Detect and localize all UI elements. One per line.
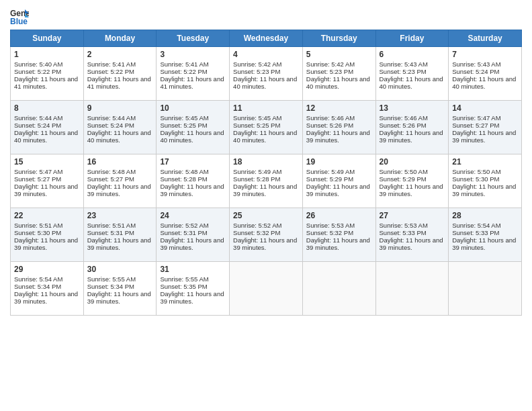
daylight-text: Daylight: 11 hours and 40 minutes. xyxy=(306,75,372,90)
day-number: 17 xyxy=(160,157,226,167)
sunset-text: Sunset: 5:24 PM xyxy=(452,68,518,75)
weekday-header-wednesday: Wednesday xyxy=(230,30,303,47)
weekday-header-tuesday: Tuesday xyxy=(157,30,230,47)
sunset-text: Sunset: 5:33 PM xyxy=(452,229,518,236)
daylight-text: Daylight: 11 hours and 40 minutes. xyxy=(380,75,445,90)
calendar-cell: 31Sunrise: 5:55 AMSunset: 5:35 PMDayligh… xyxy=(157,262,230,316)
sunrise-text: Sunrise: 5:48 AM xyxy=(160,168,226,175)
calendar-week-1: 1Sunrise: 5:40 AMSunset: 5:22 PMDaylight… xyxy=(11,47,522,101)
daylight-text: Daylight: 11 hours and 39 minutes. xyxy=(14,290,80,305)
sunrise-text: Sunrise: 5:55 AM xyxy=(87,275,153,283)
day-number: 25 xyxy=(233,211,299,220)
sunrise-text: Sunrise: 5:45 AM xyxy=(160,114,226,122)
weekday-header-friday: Friday xyxy=(375,30,449,47)
sunrise-text: Sunrise: 5:43 AM xyxy=(452,60,518,68)
calendar-cell: 1Sunrise: 5:40 AMSunset: 5:22 PMDaylight… xyxy=(11,47,84,101)
day-number: 7 xyxy=(452,50,518,59)
header: General Blue xyxy=(10,7,522,26)
daylight-text: Daylight: 11 hours and 39 minutes. xyxy=(160,183,226,197)
day-number: 15 xyxy=(14,157,80,167)
calendar-cell: 25Sunrise: 5:52 AMSunset: 5:32 PMDayligh… xyxy=(230,208,303,262)
day-number: 19 xyxy=(306,157,372,167)
sunset-text: Sunset: 5:35 PM xyxy=(160,283,226,290)
day-number: 5 xyxy=(306,50,372,59)
sunset-text: Sunset: 5:27 PM xyxy=(14,175,80,183)
day-number: 27 xyxy=(380,211,445,220)
calendar-cell xyxy=(230,262,303,316)
sunset-text: Sunset: 5:25 PM xyxy=(233,122,299,129)
calendar-cell: 30Sunrise: 5:55 AMSunset: 5:34 PMDayligh… xyxy=(83,262,157,316)
daylight-text: Daylight: 11 hours and 39 minutes. xyxy=(452,183,518,197)
calendar-cell: 23Sunrise: 5:51 AMSunset: 5:31 PMDayligh… xyxy=(83,208,157,262)
day-number: 29 xyxy=(14,265,80,274)
sunset-text: Sunset: 5:29 PM xyxy=(306,175,372,183)
logo-icon: General Blue xyxy=(10,7,29,26)
calendar-cell: 22Sunrise: 5:51 AMSunset: 5:30 PMDayligh… xyxy=(11,208,84,262)
calendar-cell: 9Sunrise: 5:44 AMSunset: 5:24 PMDaylight… xyxy=(83,101,157,154)
calendar-cell: 15Sunrise: 5:47 AMSunset: 5:27 PMDayligh… xyxy=(11,154,84,208)
calendar-cell: 16Sunrise: 5:48 AMSunset: 5:27 PMDayligh… xyxy=(83,154,157,208)
sunset-text: Sunset: 5:24 PM xyxy=(87,122,153,129)
calendar-cell: 27Sunrise: 5:53 AMSunset: 5:33 PMDayligh… xyxy=(375,208,449,262)
weekday-header-sunday: Sunday xyxy=(11,30,84,47)
sunrise-text: Sunrise: 5:42 AM xyxy=(306,60,372,68)
daylight-text: Daylight: 11 hours and 39 minutes. xyxy=(380,236,445,251)
calendar-cell: 11Sunrise: 5:45 AMSunset: 5:25 PMDayligh… xyxy=(230,101,303,154)
sunset-text: Sunset: 5:27 PM xyxy=(452,122,518,129)
sunset-text: Sunset: 5:31 PM xyxy=(160,229,226,236)
svg-text:Blue: Blue xyxy=(10,17,28,26)
day-number: 14 xyxy=(452,103,518,113)
daylight-text: Daylight: 11 hours and 39 minutes. xyxy=(306,129,372,144)
calendar-cell xyxy=(449,262,522,316)
day-number: 8 xyxy=(14,103,80,113)
sunset-text: Sunset: 5:34 PM xyxy=(14,283,80,290)
sunset-text: Sunset: 5:22 PM xyxy=(160,68,226,75)
calendar-cell: 3Sunrise: 5:41 AMSunset: 5:22 PMDaylight… xyxy=(157,47,230,101)
sunrise-text: Sunrise: 5:44 AM xyxy=(87,114,153,122)
logo: General Blue xyxy=(10,7,29,26)
daylight-text: Daylight: 11 hours and 39 minutes. xyxy=(14,236,80,251)
daylight-text: Daylight: 11 hours and 41 minutes. xyxy=(160,75,226,90)
calendar-cell: 2Sunrise: 5:41 AMSunset: 5:22 PMDaylight… xyxy=(83,47,157,101)
daylight-text: Daylight: 11 hours and 39 minutes. xyxy=(452,129,518,144)
sunset-text: Sunset: 5:23 PM xyxy=(380,68,445,75)
sunrise-text: Sunrise: 5:54 AM xyxy=(452,222,518,229)
sunset-text: Sunset: 5:26 PM xyxy=(306,122,372,129)
calendar-cell: 21Sunrise: 5:50 AMSunset: 5:30 PMDayligh… xyxy=(449,154,522,208)
day-number: 22 xyxy=(14,211,80,220)
sunrise-text: Sunrise: 5:49 AM xyxy=(233,168,299,175)
day-number: 13 xyxy=(380,103,445,113)
daylight-text: Daylight: 11 hours and 39 minutes. xyxy=(160,290,226,305)
calendar-cell: 18Sunrise: 5:49 AMSunset: 5:28 PMDayligh… xyxy=(230,154,303,208)
day-number: 2 xyxy=(87,50,153,59)
sunrise-text: Sunrise: 5:44 AM xyxy=(14,114,80,122)
sunset-text: Sunset: 5:29 PM xyxy=(380,175,445,183)
daylight-text: Daylight: 11 hours and 40 minutes. xyxy=(160,129,226,144)
sunset-text: Sunset: 5:24 PM xyxy=(14,122,80,129)
calendar-cell: 12Sunrise: 5:46 AMSunset: 5:26 PMDayligh… xyxy=(302,101,375,154)
sunrise-text: Sunrise: 5:51 AM xyxy=(87,222,153,229)
sunrise-text: Sunrise: 5:52 AM xyxy=(160,222,226,229)
day-number: 30 xyxy=(87,265,153,274)
daylight-text: Daylight: 11 hours and 39 minutes. xyxy=(233,183,299,197)
day-number: 24 xyxy=(160,211,226,220)
daylight-text: Daylight: 11 hours and 39 minutes. xyxy=(380,129,445,144)
weekday-header-row: SundayMondayTuesdayWednesdayThursdayFrid… xyxy=(11,30,522,47)
calendar-cell: 4Sunrise: 5:42 AMSunset: 5:23 PMDaylight… xyxy=(230,47,303,101)
sunset-text: Sunset: 5:23 PM xyxy=(306,68,372,75)
sunrise-text: Sunrise: 5:42 AM xyxy=(233,60,299,68)
sunrise-text: Sunrise: 5:50 AM xyxy=(380,168,445,175)
sunrise-text: Sunrise: 5:49 AM xyxy=(306,168,372,175)
sunset-text: Sunset: 5:25 PM xyxy=(160,122,226,129)
calendar-cell: 8Sunrise: 5:44 AMSunset: 5:24 PMDaylight… xyxy=(11,101,84,154)
sunrise-text: Sunrise: 5:41 AM xyxy=(160,60,226,68)
day-number: 12 xyxy=(306,103,372,113)
page-container: General Blue SundayMondayTuesdayWednesda… xyxy=(10,7,522,316)
daylight-text: Daylight: 11 hours and 39 minutes. xyxy=(233,236,299,251)
sunset-text: Sunset: 5:32 PM xyxy=(233,229,299,236)
calendar-cell: 10Sunrise: 5:45 AMSunset: 5:25 PMDayligh… xyxy=(157,101,230,154)
calendar-week-2: 8Sunrise: 5:44 AMSunset: 5:24 PMDaylight… xyxy=(11,101,522,154)
day-number: 20 xyxy=(380,157,445,167)
daylight-text: Daylight: 11 hours and 39 minutes. xyxy=(87,290,153,305)
daylight-text: Daylight: 11 hours and 39 minutes. xyxy=(87,236,153,251)
